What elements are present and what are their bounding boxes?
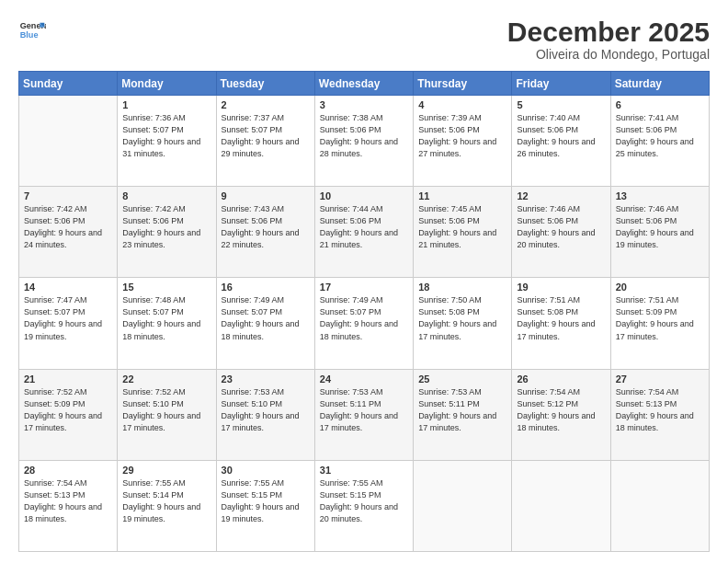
cell-details: Sunrise: 7:49 AMSunset: 5:07 PMDaylight:… <box>222 294 310 342</box>
weekday-header-thursday: Thursday <box>414 72 512 96</box>
calendar-cell: 10Sunrise: 7:44 AMSunset: 5:06 PMDayligh… <box>314 187 413 278</box>
calendar-cell: 15Sunrise: 7:48 AMSunset: 5:07 PMDayligh… <box>118 278 216 369</box>
subtitle: Oliveira do Mondego, Portugal <box>507 47 710 62</box>
cell-details: Sunrise: 7:36 AMSunset: 5:07 PMDaylight:… <box>122 112 210 160</box>
calendar-cell: 26Sunrise: 7:54 AMSunset: 5:12 PMDayligh… <box>512 369 610 460</box>
page: General Blue December 2025 Oliveira do M… <box>0 0 728 563</box>
calendar-cell: 3Sunrise: 7:38 AMSunset: 5:06 PMDaylight… <box>314 96 413 187</box>
calendar-cell: 18Sunrise: 7:50 AMSunset: 5:08 PMDayligh… <box>414 278 512 369</box>
svg-text:Blue: Blue <box>20 30 39 40</box>
day-number: 22 <box>122 373 210 385</box>
day-number: 28 <box>24 465 112 476</box>
cell-details: Sunrise: 7:54 AMSunset: 5:13 PMDaylight:… <box>24 477 112 525</box>
day-number: 17 <box>320 282 408 293</box>
cell-details: Sunrise: 7:49 AMSunset: 5:07 PMDaylight:… <box>320 294 408 342</box>
calendar-cell: 9Sunrise: 7:43 AMSunset: 5:06 PMDaylight… <box>216 187 314 278</box>
day-number: 23 <box>222 373 310 385</box>
calendar-week-3: 14Sunrise: 7:47 AMSunset: 5:07 PMDayligh… <box>19 278 710 369</box>
day-number: 19 <box>517 282 605 293</box>
calendar-cell: 23Sunrise: 7:53 AMSunset: 5:10 PMDayligh… <box>216 369 314 460</box>
calendar-cell: 28Sunrise: 7:54 AMSunset: 5:13 PMDayligh… <box>19 460 118 551</box>
cell-details: Sunrise: 7:51 AMSunset: 5:08 PMDaylight:… <box>517 294 605 342</box>
day-number: 15 <box>122 282 210 293</box>
calendar-cell: 25Sunrise: 7:53 AMSunset: 5:11 PMDayligh… <box>414 369 512 460</box>
day-number: 14 <box>24 282 112 293</box>
cell-details: Sunrise: 7:51 AMSunset: 5:09 PMDaylight:… <box>616 294 704 342</box>
cell-details: Sunrise: 7:37 AMSunset: 5:07 PMDaylight:… <box>222 112 310 160</box>
day-number: 9 <box>222 190 310 201</box>
day-number: 16 <box>222 282 310 293</box>
calendar-cell: 31Sunrise: 7:55 AMSunset: 5:15 PMDayligh… <box>314 460 413 551</box>
cell-details: Sunrise: 7:54 AMSunset: 5:13 PMDaylight:… <box>616 386 704 434</box>
cell-details: Sunrise: 7:47 AMSunset: 5:07 PMDaylight:… <box>24 294 112 342</box>
cell-details: Sunrise: 7:42 AMSunset: 5:06 PMDaylight:… <box>24 203 112 251</box>
cell-details: Sunrise: 7:41 AMSunset: 5:06 PMDaylight:… <box>616 112 704 160</box>
month-title: December 2025 <box>507 17 710 47</box>
cell-details: Sunrise: 7:40 AMSunset: 5:06 PMDaylight:… <box>517 112 605 160</box>
calendar-week-5: 28Sunrise: 7:54 AMSunset: 5:13 PMDayligh… <box>19 460 710 551</box>
day-number: 24 <box>320 373 408 385</box>
calendar-cell <box>512 460 610 551</box>
calendar-week-2: 7Sunrise: 7:42 AMSunset: 5:06 PMDaylight… <box>19 187 710 278</box>
header: General Blue December 2025 Oliveira do M… <box>18 17 710 62</box>
day-number: 4 <box>418 99 506 110</box>
cell-details: Sunrise: 7:54 AMSunset: 5:12 PMDaylight:… <box>517 386 605 434</box>
logo-icon: General Blue <box>18 17 46 44</box>
calendar-cell <box>610 460 709 551</box>
cell-details: Sunrise: 7:55 AMSunset: 5:15 PMDaylight:… <box>320 477 408 525</box>
cell-details: Sunrise: 7:55 AMSunset: 5:15 PMDaylight:… <box>222 477 310 525</box>
calendar-cell: 30Sunrise: 7:55 AMSunset: 5:15 PMDayligh… <box>216 460 314 551</box>
cell-details: Sunrise: 7:52 AMSunset: 5:10 PMDaylight:… <box>122 386 210 434</box>
day-number: 13 <box>616 190 704 201</box>
day-number: 25 <box>418 373 506 385</box>
day-number: 11 <box>418 190 506 201</box>
calendar-cell: 20Sunrise: 7:51 AMSunset: 5:09 PMDayligh… <box>610 278 709 369</box>
calendar-cell: 17Sunrise: 7:49 AMSunset: 5:07 PMDayligh… <box>314 278 413 369</box>
day-number: 30 <box>222 465 310 476</box>
day-number: 5 <box>517 99 605 110</box>
weekday-header-monday: Monday <box>118 72 216 96</box>
calendar-cell: 16Sunrise: 7:49 AMSunset: 5:07 PMDayligh… <box>216 278 314 369</box>
cell-details: Sunrise: 7:44 AMSunset: 5:06 PMDaylight:… <box>320 203 408 251</box>
cell-details: Sunrise: 7:53 AMSunset: 5:10 PMDaylight:… <box>222 386 310 434</box>
cell-details: Sunrise: 7:48 AMSunset: 5:07 PMDaylight:… <box>122 294 210 342</box>
calendar-week-1: 1Sunrise: 7:36 AMSunset: 5:07 PMDaylight… <box>19 96 710 187</box>
day-number: 26 <box>517 373 605 385</box>
calendar-table: SundayMondayTuesdayWednesdayThursdayFrid… <box>18 71 710 552</box>
day-number: 10 <box>320 190 408 201</box>
calendar-cell: 8Sunrise: 7:42 AMSunset: 5:06 PMDaylight… <box>118 187 216 278</box>
cell-details: Sunrise: 7:39 AMSunset: 5:06 PMDaylight:… <box>418 112 506 160</box>
cell-details: Sunrise: 7:53 AMSunset: 5:11 PMDaylight:… <box>418 386 506 434</box>
cell-details: Sunrise: 7:52 AMSunset: 5:09 PMDaylight:… <box>24 386 112 434</box>
day-number: 1 <box>122 99 210 110</box>
day-number: 6 <box>616 99 704 110</box>
calendar-cell: 4Sunrise: 7:39 AMSunset: 5:06 PMDaylight… <box>414 96 512 187</box>
day-number: 18 <box>418 282 506 293</box>
cell-details: Sunrise: 7:42 AMSunset: 5:06 PMDaylight:… <box>122 203 210 251</box>
cell-details: Sunrise: 7:38 AMSunset: 5:06 PMDaylight:… <box>320 112 408 160</box>
calendar-cell: 6Sunrise: 7:41 AMSunset: 5:06 PMDaylight… <box>610 96 709 187</box>
calendar-cell: 13Sunrise: 7:46 AMSunset: 5:06 PMDayligh… <box>610 187 709 278</box>
cell-details: Sunrise: 7:53 AMSunset: 5:11 PMDaylight:… <box>320 386 408 434</box>
day-number: 31 <box>320 465 408 476</box>
weekday-header-friday: Friday <box>512 72 610 96</box>
cell-details: Sunrise: 7:43 AMSunset: 5:06 PMDaylight:… <box>222 203 310 251</box>
cell-details: Sunrise: 7:46 AMSunset: 5:06 PMDaylight:… <box>517 203 605 251</box>
cell-details: Sunrise: 7:55 AMSunset: 5:14 PMDaylight:… <box>122 477 210 525</box>
logo: General Blue <box>18 17 46 44</box>
cell-details: Sunrise: 7:45 AMSunset: 5:06 PMDaylight:… <box>418 203 506 251</box>
calendar-cell: 11Sunrise: 7:45 AMSunset: 5:06 PMDayligh… <box>414 187 512 278</box>
weekday-header-tuesday: Tuesday <box>216 72 314 96</box>
calendar-cell <box>414 460 512 551</box>
calendar-cell: 7Sunrise: 7:42 AMSunset: 5:06 PMDaylight… <box>19 187 118 278</box>
calendar-cell: 29Sunrise: 7:55 AMSunset: 5:14 PMDayligh… <box>118 460 216 551</box>
calendar-week-4: 21Sunrise: 7:52 AMSunset: 5:09 PMDayligh… <box>19 369 710 460</box>
calendar-cell: 22Sunrise: 7:52 AMSunset: 5:10 PMDayligh… <box>118 369 216 460</box>
calendar-cell <box>19 96 118 187</box>
day-number: 3 <box>320 99 408 110</box>
calendar-cell: 2Sunrise: 7:37 AMSunset: 5:07 PMDaylight… <box>216 96 314 187</box>
cell-details: Sunrise: 7:50 AMSunset: 5:08 PMDaylight:… <box>418 294 506 342</box>
day-number: 20 <box>616 282 704 293</box>
calendar-cell: 1Sunrise: 7:36 AMSunset: 5:07 PMDaylight… <box>118 96 216 187</box>
weekday-header-saturday: Saturday <box>610 72 709 96</box>
